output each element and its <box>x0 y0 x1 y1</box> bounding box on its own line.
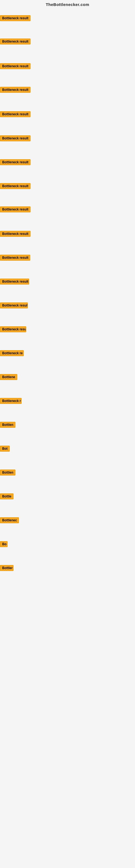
bottleneck-badge[interactable]: Bottleneck result <box>0 63 31 69</box>
bottleneck-result-row: Bottle <box>0 493 13 500</box>
bottleneck-badge[interactable]: Bot <box>0 446 10 452</box>
bottleneck-badge[interactable]: Bottleneck r <box>0 398 21 404</box>
bottleneck-badge[interactable]: Bo <box>0 541 8 547</box>
bottleneck-result-row: Bottleneck re <box>0 350 24 357</box>
bottleneck-badge[interactable]: Bottleneck result <box>0 38 31 44</box>
bottleneck-badge[interactable]: Bottleneck result <box>0 326 26 332</box>
bottleneck-result-row: Bottleneck result <box>0 63 31 70</box>
bottleneck-result-row: Bottlen <box>0 422 15 429</box>
bottleneck-badge[interactable]: Bottleneck result <box>0 87 31 93</box>
bottleneck-badge[interactable]: Bottleneck result <box>0 303 28 308</box>
site-header: TheBottlenecker.com <box>0 0 135 8</box>
bottleneck-result-row: Bottleneck result <box>0 231 31 238</box>
bottleneck-result-row: Bottleneck result <box>0 38 31 45</box>
bottleneck-badge[interactable]: Bottler <box>0 565 13 571</box>
bottleneck-result-row: Bot <box>0 446 10 453</box>
bottleneck-badge[interactable]: Bottleneck result <box>0 135 31 141</box>
bottleneck-badge[interactable]: Bottlenec <box>0 517 19 523</box>
bottleneck-badge[interactable]: Bottlene <box>0 374 17 380</box>
bottleneck-badge[interactable]: Bottleneck re <box>0 350 24 356</box>
bottleneck-result-row: Bottleneck result <box>0 15 31 22</box>
bottleneck-badge[interactable]: Bottleneck result <box>0 111 31 117</box>
bottleneck-result-row: Bottleneck result <box>0 135 31 143</box>
bottleneck-result-row: Bottleneck result <box>0 111 31 118</box>
bottleneck-result-row: Bottleneck r <box>0 398 21 405</box>
bottleneck-result-row: Bottleneck result <box>0 207 31 214</box>
bottleneck-result-row: Bottler <box>0 565 13 572</box>
bottleneck-badge[interactable]: Bottleneck result <box>0 183 31 189</box>
bottleneck-badge[interactable]: Bottleneck result <box>0 255 30 261</box>
bottleneck-result-row: Bottleneck result <box>0 326 26 333</box>
bottleneck-result-row: Bottlen <box>0 469 15 476</box>
bottleneck-badge[interactable]: Bottlen <box>0 422 15 428</box>
bottleneck-badge[interactable]: Bottleneck result <box>0 279 29 284</box>
bottleneck-badge[interactable]: Bottleneck result <box>0 207 31 212</box>
bottleneck-result-row: Bottleneck result <box>0 255 30 262</box>
bottleneck-result-row: Bottlenec <box>0 517 19 524</box>
bottleneck-result-row: Bottleneck result <box>0 87 31 94</box>
bottleneck-badge[interactable]: Bottlen <box>0 469 15 475</box>
bottleneck-badge[interactable]: Bottle <box>0 493 13 499</box>
bottleneck-badge[interactable]: Bottleneck result <box>0 15 31 21</box>
bottleneck-badge[interactable]: Bottleneck result <box>0 159 31 165</box>
bottleneck-result-row: Bottleneck result <box>0 279 29 286</box>
bottleneck-result-row: Bottlene <box>0 374 17 381</box>
bottleneck-result-row: Bottleneck result <box>0 303 28 310</box>
bottleneck-result-row: Bottleneck result <box>0 183 31 190</box>
bottleneck-result-row: Bo <box>0 541 8 548</box>
bottleneck-result-row: Bottleneck result <box>0 159 31 166</box>
bottleneck-badge[interactable]: Bottleneck result <box>0 231 31 237</box>
